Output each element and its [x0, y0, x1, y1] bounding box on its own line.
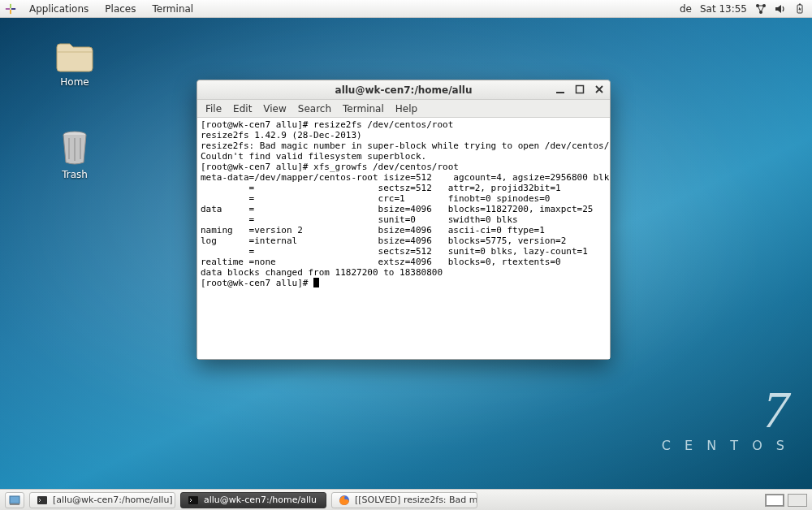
menu-view[interactable]: View: [263, 103, 286, 115]
terminal-output[interactable]: [root@wk-cen7 allu]# resize2fs /dev/cent…: [197, 118, 610, 359]
maximize-button[interactable]: [572, 82, 587, 97]
taskbar-item-terminal-1[interactable]: [allu@wk-cen7:/home/allu]: [29, 492, 175, 508]
centos-version: 7: [662, 384, 789, 436]
term-line: naming =version 2 bsize=4096 ascii-ci=0 …: [201, 225, 545, 236]
term-line: [root@wk-cen7 allu]# xfs_growfs /dev/cen…: [201, 162, 459, 172]
term-line: = sunit=0 swidth=0 blks: [201, 214, 518, 225]
taskbar-item-label: [allu@wk-cen7:/home/allu]: [53, 495, 173, 505]
menu-places[interactable]: Places: [102, 3, 139, 15]
term-line: data = bsize=4096 blocks=11827200, imaxp…: [201, 204, 593, 214]
terminal-menubar: File Edit View Search Terminal Help: [197, 100, 610, 118]
window-title: allu@wk-cen7:/home/allu: [335, 84, 473, 96]
term-line: = crc=1 finobt=0 spinodes=0: [201, 193, 550, 204]
svg-rect-10: [556, 92, 564, 93]
desktop-icon-home[interactable]: Home: [42, 41, 107, 88]
volume-icon[interactable]: [775, 3, 786, 15]
svg-rect-11: [577, 86, 584, 93]
window-titlebar[interactable]: allu@wk-cen7:/home/allu: [197, 80, 610, 100]
term-line: Couldn't find valid filesystem superbloc…: [201, 151, 426, 162]
menu-terminal[interactable]: Terminal: [149, 3, 197, 15]
term-line: = sectsz=512 attr=2, projid32bit=1: [201, 183, 561, 193]
svg-rect-15: [188, 496, 198, 504]
battery-icon[interactable]: [794, 3, 806, 15]
term-line: data blocks changed from 11827200 to 183…: [201, 267, 443, 278]
terminal-icon: [188, 495, 199, 506]
network-icon[interactable]: [755, 3, 767, 15]
menu-help[interactable]: Help: [395, 103, 417, 115]
term-line: log =internal bsize=4096 blocks=5775, ve…: [201, 236, 566, 246]
taskbar-item-label: allu@wk-cen7:/home/allu: [204, 495, 317, 505]
workspace-2[interactable]: [788, 494, 807, 507]
svg-rect-0: [10, 3, 11, 7]
keyboard-layout-indicator[interactable]: de: [680, 3, 692, 15]
clock[interactable]: Sat 13:55: [700, 3, 747, 15]
svg-rect-13: [10, 504, 19, 505]
workspace-switcher: [765, 494, 807, 507]
minimize-button[interactable]: [553, 82, 568, 97]
term-line: = sectsz=512 sunit=0 blks, lazy-count=1: [201, 246, 588, 257]
show-desktop-icon: [9, 495, 20, 506]
desktop-icon-trash[interactable]: Trash: [42, 130, 107, 180]
svg-rect-2: [6, 8, 10, 10]
trash-icon: [58, 130, 91, 166]
workspace-1[interactable]: [765, 494, 784, 507]
bottom-panel: [allu@wk-cen7:/home/allu] allu@wk-cen7:/…: [0, 489, 812, 510]
term-line: resize2fs: Bad magic number in super-blo…: [201, 140, 610, 151]
term-line: realtime =none extsz=4096 blocks=0, rtex…: [201, 257, 561, 267]
centos-watermark: 7 C E N T O S: [662, 384, 789, 453]
svg-rect-1: [10, 9, 11, 13]
taskbar-item-label: [[SOLVED] resize2fs: Bad magic nu...: [355, 495, 477, 505]
taskbar-item-terminal-2[interactable]: allu@wk-cen7:/home/allu: [180, 492, 326, 508]
desktop-icon-label: Trash: [42, 169, 107, 180]
menu-file[interactable]: File: [205, 103, 222, 115]
centos-logo-icon: [5, 3, 16, 15]
svg-rect-14: [37, 496, 47, 504]
close-button[interactable]: [592, 82, 607, 97]
folder-icon: [55, 41, 94, 73]
menu-applications[interactable]: Applications: [26, 3, 92, 15]
centos-name: C E N T O S: [662, 438, 789, 453]
top-panel: Applications Places Terminal de Sat 13:5…: [0, 0, 812, 18]
term-line: resize2fs 1.42.9 (28-Dec-2013): [201, 130, 362, 140]
term-line: meta-data=/dev/mapper/centos-root isize=…: [201, 172, 610, 183]
svg-rect-3: [11, 8, 15, 10]
term-line: [root@wk-cen7 allu]# resize2fs /dev/cent…: [201, 119, 453, 130]
firefox-icon: [339, 495, 350, 506]
show-desktop-button[interactable]: [5, 492, 24, 508]
menu-edit[interactable]: Edit: [233, 103, 252, 115]
term-prompt: [root@wk-cen7 allu]#: [201, 278, 313, 288]
taskbar-item-firefox[interactable]: [[SOLVED] resize2fs: Bad magic nu...: [331, 492, 477, 508]
cursor-icon: [313, 278, 319, 287]
menu-search[interactable]: Search: [298, 103, 331, 115]
desktop-icon-label: Home: [42, 76, 107, 88]
terminal-icon: [37, 495, 48, 506]
svg-rect-12: [10, 496, 19, 504]
svg-rect-8: [799, 3, 801, 5]
terminal-window: allu@wk-cen7:/home/allu File Edit View S…: [197, 80, 611, 360]
menu-terminal[interactable]: Terminal: [343, 103, 384, 115]
